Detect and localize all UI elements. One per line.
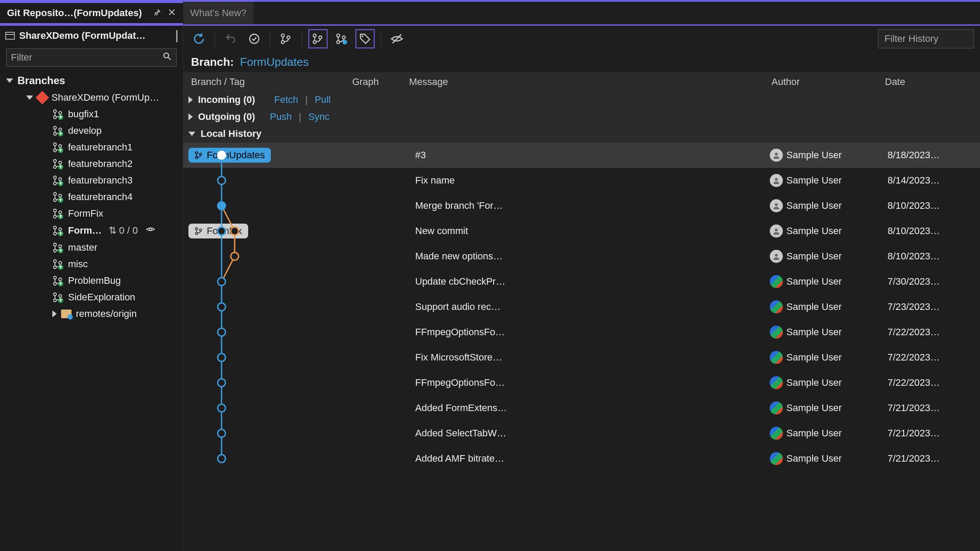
pull-link[interactable]: Pull: [315, 94, 331, 105]
sidebar-filter-input[interactable]: [11, 52, 162, 63]
local-history-section[interactable]: Local History: [183, 126, 980, 143]
branch-item[interactable]: develop: [0, 122, 183, 139]
column-branch[interactable]: Branch / Tag: [191, 76, 322, 88]
branch-icon: [52, 292, 64, 303]
pin-icon[interactable]: [153, 8, 161, 18]
commit-date: 8/10/2023…: [888, 200, 975, 211]
tab-whats-new[interactable]: What's New?: [183, 2, 254, 24]
show-remote-branches-button[interactable]: [332, 29, 351, 48]
column-date[interactable]: Date: [885, 76, 972, 88]
commit-date: 7/22/2023…: [888, 377, 975, 388]
branch-name: featurebranch1: [68, 142, 133, 153]
branch-item[interactable]: featurebranch2: [0, 156, 183, 172]
history-columns: Branch / Tag Graph Message Author Date: [183, 72, 980, 92]
search-icon[interactable]: [162, 51, 172, 64]
close-icon[interactable]: [168, 8, 176, 18]
column-message[interactable]: Message: [409, 76, 772, 88]
author-avatar: [770, 300, 783, 313]
tab-bar: Git Reposito…(FormUpdates) What's New?: [0, 2, 980, 24]
author-avatar: [770, 199, 783, 212]
branch-item[interactable]: misc: [0, 256, 183, 272]
branch-item[interactable]: featurebranch3: [0, 172, 183, 189]
history-row[interactable]: Added FormExtens… Sample User 7/21/2023…: [183, 395, 980, 421]
branch-item[interactable]: Form… ⇅ 0 / 0: [0, 222, 183, 239]
tab-title: Git Reposito…(FormUpdates): [7, 7, 142, 19]
branch-pill[interactable]: FormUpdates: [188, 148, 271, 163]
branch-item[interactable]: master: [0, 239, 183, 256]
repo-node[interactable]: ShareXDemo (FormUp…: [0, 89, 183, 106]
history-list: FormUpdates #3 Sample User 8/18/2023… Fi…: [183, 143, 980, 471]
remotes-folder-icon: [61, 310, 72, 318]
branch-icon: [52, 109, 64, 120]
branches-section[interactable]: Branches: [0, 72, 183, 89]
branch-item[interactable]: bugfix1: [0, 106, 183, 122]
commit-date: 7/23/2023…: [888, 301, 975, 313]
history-row[interactable]: Fix name Sample User 8/14/2023…: [183, 168, 980, 193]
author-avatar: [770, 174, 783, 187]
refresh-button[interactable]: [189, 29, 208, 48]
expander-icon: [188, 96, 193, 103]
branch-icon: [52, 175, 64, 186]
branch-button[interactable]: [277, 29, 296, 48]
tab-git-repository[interactable]: Git Reposito…(FormUpdates): [0, 2, 183, 24]
sidebar-filter[interactable]: [6, 48, 177, 67]
commit-message: Update cbCheckPr…: [415, 276, 765, 287]
branch-counts: ⇅ 0 / 0: [109, 225, 138, 236]
branch-pill[interactable]: FormFix: [188, 224, 248, 238]
history-row[interactable]: Fix MicrosoftStore… Sample User 7/22/202…: [183, 345, 980, 370]
branch-icon: [52, 125, 64, 136]
hide-button[interactable]: [387, 29, 406, 48]
author-avatar: [770, 224, 783, 238]
expander-icon: [188, 113, 193, 120]
column-author[interactable]: Author: [772, 76, 885, 88]
current-branch-link[interactable]: FormUpdates: [240, 55, 309, 69]
author-avatar: [770, 250, 783, 263]
remotes-node[interactable]: remotes/origin: [0, 306, 183, 322]
branch-item[interactable]: featurebranch4: [0, 189, 183, 205]
collapse-sidebar-button[interactable]: [176, 30, 178, 41]
watch-icon[interactable]: [146, 224, 155, 237]
show-tags-button[interactable]: [355, 29, 375, 48]
author-name: Sample User: [786, 453, 842, 464]
commit-message: Added SelectTabW…: [415, 428, 765, 439]
branch-name: featurebranch4: [68, 191, 133, 203]
branch-item[interactable]: SideExploration: [0, 289, 183, 306]
branch-item[interactable]: ProblemBug: [0, 272, 183, 289]
incoming-section[interactable]: Incoming (0) Fetch | Pull: [183, 92, 980, 109]
author-name: Sample User: [786, 402, 842, 414]
commit-date: 8/10/2023…: [888, 225, 975, 237]
history-row[interactable]: FFmpegOptionsFo… Sample User 7/22/2023…: [183, 320, 980, 345]
branch-item[interactable]: FormFix: [0, 205, 183, 222]
history-row[interactable]: FormFix New commit Sample User 8/10/2023…: [183, 218, 980, 244]
push-link[interactable]: Push: [270, 111, 292, 122]
history-row[interactable]: Added SelectTabW… Sample User 7/21/2023…: [183, 421, 980, 446]
branch-name: featurebranch3: [68, 175, 133, 186]
column-graph[interactable]: Graph: [322, 76, 409, 88]
branch-name: bugfix1: [68, 109, 99, 120]
commit-message: FFmpegOptionsFo…: [415, 377, 765, 388]
filter-history-input[interactable]: Filter History: [878, 29, 974, 48]
outgoing-section[interactable]: Outgoing (0) Push | Sync: [183, 109, 980, 126]
author-name: Sample User: [786, 150, 842, 161]
show-local-branches-button[interactable]: [308, 29, 328, 48]
branch-name: SideExploration: [68, 292, 135, 303]
history-row[interactable]: Made new options… Sample User 8/10/2023…: [183, 244, 980, 269]
commit-date: 7/21/2023…: [888, 453, 975, 464]
commit-date: 8/18/2023…: [888, 150, 975, 161]
history-row[interactable]: FormUpdates #3 Sample User 8/18/2023…: [183, 143, 980, 168]
fetch-link[interactable]: Fetch: [274, 94, 298, 105]
branch-name: develop: [68, 125, 102, 136]
branch-item[interactable]: featurebranch1: [0, 139, 183, 156]
commit-date: 7/22/2023…: [888, 352, 975, 363]
expander-icon: [188, 132, 195, 136]
history-row[interactable]: Added AMF bitrate… Sample User 7/21/2023…: [183, 446, 980, 471]
branch-icon: [52, 258, 64, 270]
sync-link[interactable]: Sync: [308, 111, 330, 122]
commit-checkmark-button[interactable]: [245, 29, 264, 48]
expander-icon: [52, 310, 57, 317]
history-row[interactable]: Merge branch 'For… Sample User 8/10/2023…: [183, 193, 980, 218]
history-row[interactable]: Support audio rec… Sample User 7/23/2023…: [183, 294, 980, 320]
history-row[interactable]: FFmpegOptionsFo… Sample User 7/22/2023…: [183, 370, 980, 395]
author-name: Sample User: [786, 175, 842, 186]
history-row[interactable]: Update cbCheckPr… Sample User 7/30/2023…: [183, 269, 980, 294]
